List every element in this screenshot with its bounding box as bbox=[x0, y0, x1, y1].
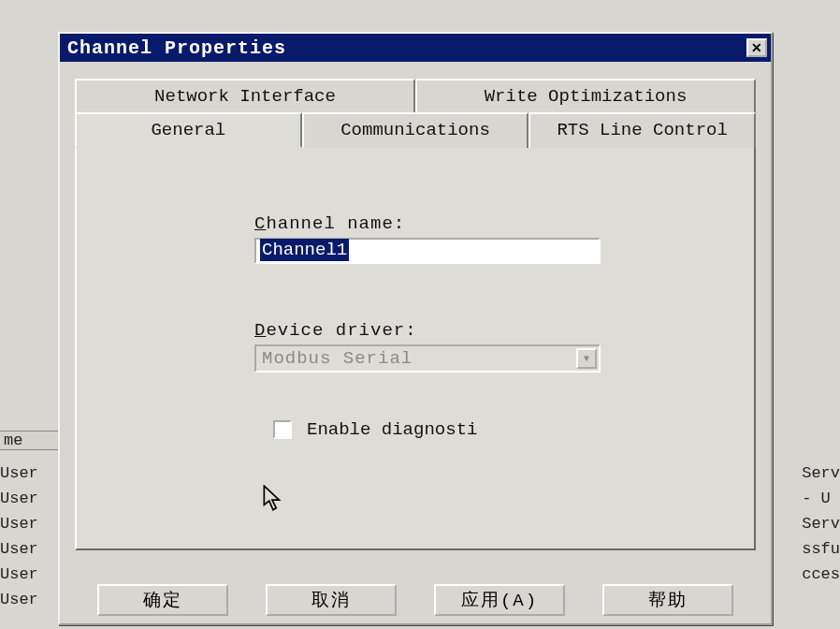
chevron-down-icon: ▼ bbox=[576, 348, 597, 369]
bg-right-rows: Serv- UServssfucces bbox=[802, 461, 840, 587]
dialog-title: Channel Properties bbox=[67, 37, 286, 59]
bg-left-rows: User User User User User User bbox=[0, 461, 38, 612]
tab-row-back: Network Interface Write Optimizations bbox=[75, 79, 756, 112]
bg-right-row: Serv bbox=[802, 511, 840, 536]
tab-body-general: Channel name: Channel1 Device driver: Mo… bbox=[75, 148, 756, 550]
tab-network-interface[interactable]: Network Interface bbox=[75, 79, 415, 112]
bg-user-row: User bbox=[0, 562, 38, 587]
device-driver-combobox[interactable]: Modbus Serial ▼ bbox=[254, 344, 601, 373]
bg-right-row: cces bbox=[802, 562, 840, 587]
bg-right-row: - U bbox=[802, 486, 840, 511]
channel-name-input[interactable]: Channel1 bbox=[254, 238, 601, 264]
channel-properties-dialog: Channel Properties ✕ Network Interface W… bbox=[58, 32, 773, 625]
enable-diagnostics-label: Enable diagnosti bbox=[307, 419, 477, 440]
close-button[interactable]: ✕ bbox=[746, 38, 767, 57]
cancel-button[interactable]: 取消 bbox=[266, 584, 397, 616]
bg-user-row: User bbox=[0, 536, 38, 562]
tab-rts-line-control[interactable]: RTS Line Control bbox=[529, 112, 756, 148]
tab-general[interactable]: General bbox=[75, 112, 302, 148]
tab-write-optimizations[interactable]: Write Optimizations bbox=[415, 79, 756, 112]
bg-right-row: ssfu bbox=[802, 536, 840, 562]
enable-diagnostics-checkbox[interactable] bbox=[273, 420, 292, 439]
bg-user-row: User bbox=[0, 511, 38, 536]
device-driver-label: Device driver: bbox=[254, 320, 731, 341]
bg-right-row: Serv bbox=[802, 461, 840, 486]
bg-user-row: User bbox=[0, 587, 38, 612]
tab-communications[interactable]: Communications bbox=[302, 112, 529, 148]
titlebar: Channel Properties ✕ bbox=[60, 34, 771, 62]
bg-user-row: User bbox=[0, 486, 38, 511]
bg-user-row: User bbox=[0, 461, 38, 486]
dialog-button-row: 确定 取消 应用(A) 帮助 bbox=[60, 584, 771, 616]
channel-name-label: Channel name: bbox=[254, 213, 731, 234]
ok-button[interactable]: 确定 bbox=[97, 584, 228, 616]
device-driver-value: Modbus Serial bbox=[262, 348, 413, 369]
help-button[interactable]: 帮助 bbox=[602, 584, 733, 616]
tab-row-front: General Communications RTS Line Control bbox=[75, 112, 756, 148]
apply-button[interactable]: 应用(A) bbox=[434, 584, 565, 616]
